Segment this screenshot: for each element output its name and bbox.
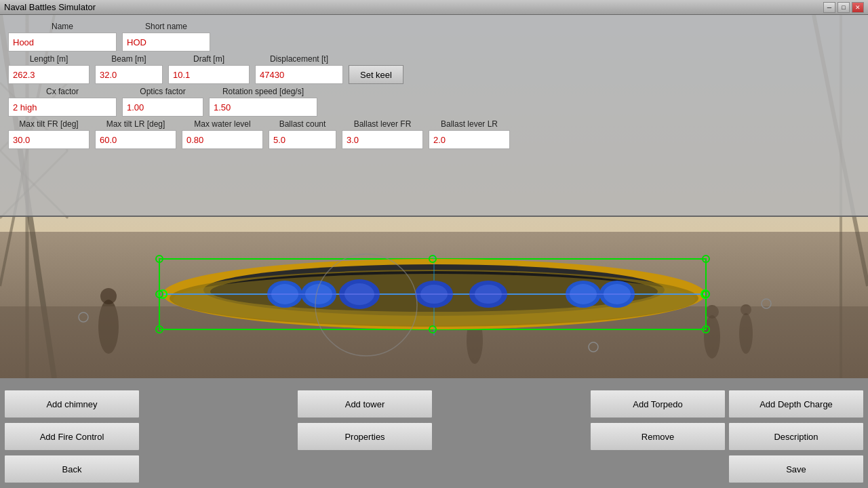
ballast-lr-label: Ballast lever LR bbox=[429, 119, 510, 129]
titlebar: Naval Battles Simulator ─ □ ✕ bbox=[0, 0, 868, 15]
draft-input[interactable] bbox=[168, 65, 250, 84]
max-tilt-fr-label: Max tilt FR [deg] bbox=[8, 119, 90, 129]
max-tilt-fr-input[interactable] bbox=[8, 130, 90, 149]
name-row: Name Short name bbox=[8, 22, 860, 52]
btn-group-left-3: Back bbox=[3, 455, 141, 483]
add-tower-button[interactable]: Add tower bbox=[297, 390, 433, 418]
cx-field-group: Cx factor bbox=[8, 87, 117, 117]
form-panel: Name Short name Length [m] Beam [m] Draf… bbox=[0, 15, 868, 217]
cx-label: Cx factor bbox=[8, 87, 117, 96]
ballast-count-label: Ballast count bbox=[269, 119, 336, 129]
beam-field-group: Beam [m] bbox=[95, 54, 163, 84]
max-tilt-lr-label: Max tilt LR [deg] bbox=[95, 119, 176, 129]
rotation-field-group: Rotation speed [deg/s] bbox=[209, 87, 317, 117]
max-tilt-lr-group: Max tilt LR [deg] bbox=[95, 119, 176, 149]
add-fire-control-button[interactable]: Add Fire Control bbox=[4, 422, 140, 451]
restore-button[interactable]: □ bbox=[837, 2, 850, 13]
description-button[interactable]: Description bbox=[728, 422, 864, 451]
titlebar-controls: ─ □ ✕ bbox=[823, 2, 864, 13]
name-input[interactable] bbox=[8, 33, 117, 52]
rotation-label: Rotation speed [deg/s] bbox=[209, 87, 317, 96]
btn-group-right-2: Remove Description bbox=[589, 422, 865, 451]
btn-group-right-3: Save bbox=[727, 455, 865, 483]
max-water-group: Max water level bbox=[182, 119, 263, 149]
properties-button[interactable]: Properties bbox=[297, 422, 433, 451]
close-button[interactable]: ✕ bbox=[852, 2, 864, 13]
name-label: Name bbox=[8, 22, 117, 31]
length-input[interactable] bbox=[8, 65, 90, 84]
beam-label: Beam [m] bbox=[95, 54, 163, 64]
save-button[interactable]: Save bbox=[728, 455, 864, 483]
draft-label: Draft [m] bbox=[168, 54, 250, 64]
shortname-field-group: Short name bbox=[122, 22, 210, 52]
btn-group-right-1: Add Torpedo Add Depth Charge bbox=[589, 390, 865, 418]
optics-field-group: Optics factor bbox=[122, 87, 203, 117]
displacement-input[interactable] bbox=[255, 65, 343, 84]
ballast-lr-group: Ballast lever LR bbox=[429, 119, 510, 149]
add-torpedo-button[interactable]: Add Torpedo bbox=[590, 390, 726, 418]
titlebar-title: Naval Battles Simulator bbox=[4, 2, 96, 12]
ballast-row: Max tilt FR [deg] Max tilt LR [deg] Max … bbox=[8, 119, 860, 149]
svg-point-55 bbox=[589, 342, 598, 352]
minimize-button[interactable]: ─ bbox=[823, 2, 835, 13]
rotation-input[interactable] bbox=[209, 98, 317, 117]
btn-group-left-1: Add chimney bbox=[3, 390, 141, 418]
ballast-count-input[interactable] bbox=[269, 130, 336, 149]
svg-point-56 bbox=[762, 299, 771, 308]
max-water-label: Max water level bbox=[182, 119, 263, 129]
shortname-input[interactable] bbox=[122, 33, 210, 52]
ballast-fr-label: Ballast lever FR bbox=[342, 119, 423, 129]
displacement-field-group: Displacement [t] bbox=[255, 54, 343, 84]
ballast-count-group: Ballast count bbox=[269, 119, 336, 149]
btn-group-left-2: Add Fire Control bbox=[3, 422, 141, 451]
btn-group-center-2: Properties bbox=[141, 422, 589, 451]
bottom-bar: Add chimney Add tower Add Torpedo Add De… bbox=[0, 380, 868, 488]
name-field-group: Name bbox=[8, 22, 117, 52]
max-water-input[interactable] bbox=[182, 130, 263, 149]
ballast-lr-input[interactable] bbox=[429, 130, 510, 149]
btn-group-center-1: Add tower bbox=[141, 390, 589, 418]
cx-input[interactable] bbox=[8, 98, 117, 117]
beam-input[interactable] bbox=[95, 65, 163, 84]
add-chimney-button[interactable]: Add chimney bbox=[4, 390, 140, 418]
dimensions-row: Length [m] Beam [m] Draft [m] Displaceme… bbox=[8, 54, 860, 84]
optics-input[interactable] bbox=[122, 98, 203, 117]
svg-point-54 bbox=[79, 312, 88, 322]
factors-row: Cx factor Optics factor Rotation speed [… bbox=[8, 87, 860, 117]
max-tilt-fr-group: Max tilt FR [deg] bbox=[8, 119, 90, 149]
length-label: Length [m] bbox=[8, 54, 90, 64]
ballast-fr-group: Ballast lever FR bbox=[342, 119, 423, 149]
set-keel-button[interactable]: Set keel bbox=[349, 65, 403, 84]
button-row-1: Add chimney Add tower Add Torpedo Add De… bbox=[0, 388, 868, 420]
add-depth-charge-button[interactable]: Add Depth Charge bbox=[728, 390, 864, 418]
back-button[interactable]: Back bbox=[4, 455, 140, 483]
shortname-label: Short name bbox=[122, 22, 210, 31]
max-tilt-lr-input[interactable] bbox=[95, 130, 176, 149]
ship-canvas-area[interactable] bbox=[0, 217, 868, 371]
length-field-group: Length [m] bbox=[8, 54, 90, 84]
optics-label: Optics factor bbox=[122, 87, 203, 96]
button-row-3: Back Save bbox=[0, 453, 868, 485]
remove-button[interactable]: Remove bbox=[590, 422, 726, 451]
displacement-label: Displacement [t] bbox=[255, 54, 343, 64]
draft-field-group: Draft [m] bbox=[168, 54, 250, 84]
button-row-2: Add Fire Control Properties Remove Descr… bbox=[0, 420, 868, 453]
ballast-fr-input[interactable] bbox=[342, 130, 423, 149]
